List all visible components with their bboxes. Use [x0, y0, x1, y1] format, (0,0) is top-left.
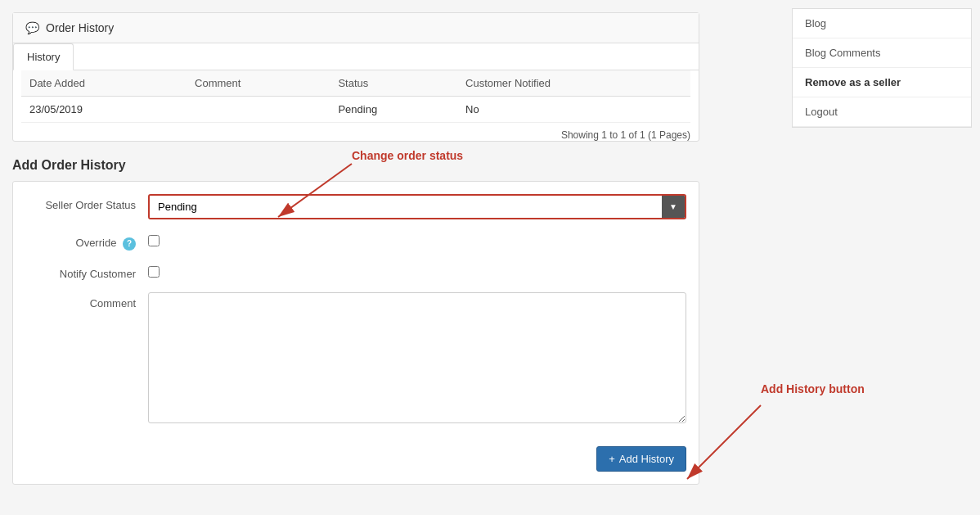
notify-customer-label: Notify Customer: [60, 268, 136, 280]
add-history-label: Add History: [619, 453, 674, 465]
sidebar-blog-comments-label: Blog Comments: [805, 47, 880, 59]
col-customer-notified: Customer Notified: [457, 70, 690, 97]
col-date-added: Date Added: [21, 70, 187, 97]
sidebar-logout-label: Logout: [805, 106, 838, 118]
plus-icon: +: [609, 453, 615, 465]
override-label: Override: [76, 237, 117, 249]
sidebar-remove-seller-label: Remove as a seller: [805, 76, 901, 88]
notify-customer-checkbox[interactable]: [148, 266, 160, 278]
seller-order-status-select[interactable]: Pending: [150, 196, 662, 218]
sidebar-blog-label: Blog: [805, 17, 826, 29]
row-notified: No: [457, 97, 690, 123]
override-help-icon[interactable]: ?: [123, 237, 136, 251]
override-checkbox[interactable]: [148, 235, 160, 246]
row-status: Pending: [330, 97, 457, 123]
sidebar-item-blog-comments[interactable]: Blog Comments: [793, 38, 971, 68]
tab-history[interactable]: History: [13, 43, 74, 70]
chat-icon: 💬: [25, 21, 39, 34]
sidebar-item-blog[interactable]: Blog: [793, 9, 971, 38]
section-title: Add Order History: [12, 158, 126, 172]
select-dropdown-arrow[interactable]: ▼: [662, 196, 685, 218]
comment-label: Comment: [90, 297, 136, 309]
row-comment: [187, 97, 330, 123]
add-history-button[interactable]: + Add History: [596, 446, 686, 472]
col-status: Status: [330, 70, 457, 97]
sidebar-item-logout[interactable]: Logout: [793, 97, 971, 127]
arrow-icon: ▼: [669, 202, 677, 211]
svg-text:Add History button: Add History button: [761, 382, 865, 395]
comment-textarea[interactable]: [148, 292, 686, 423]
col-comment: Comment: [187, 70, 330, 97]
panel-title: Order History: [46, 21, 114, 34]
sidebar-item-remove-seller[interactable]: Remove as a seller: [793, 68, 971, 97]
row-date: 23/05/2019: [21, 97, 187, 123]
showing-text: Showing 1 to 1 of 1 (1 Pages): [561, 129, 690, 141]
seller-status-label: Seller Order Status: [45, 199, 136, 211]
add-order-history-section: Add Order History Seller Order Status Pe…: [12, 158, 699, 485]
table-row: 23/05/2019 Pending No: [21, 97, 690, 123]
